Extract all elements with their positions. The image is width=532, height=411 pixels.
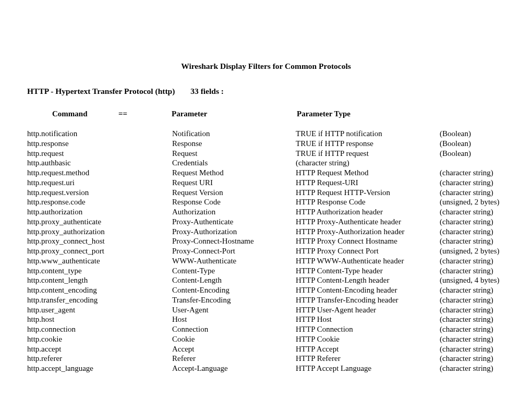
cell-type: (character string) [440, 295, 505, 305]
table-row: http.www_authenticateWWW-AuthenticateHTT… [27, 256, 505, 266]
cell-type: (unsigned, 2 bytes) [440, 197, 505, 207]
cell-parameter: Transfer-Encoding [172, 295, 296, 305]
header-eq: == [118, 110, 172, 118]
table-row: http.content_lengthContent-LengthHTTP Co… [27, 275, 505, 285]
cell-parameter: Host [172, 315, 296, 324]
header-command: Command [27, 110, 118, 118]
cell-description: HTTP Proxy Connect Hostname [296, 236, 440, 246]
cell-command: http.notification [27, 129, 172, 139]
cell-parameter: Credentials [172, 158, 296, 168]
table-row: http.request.methodRequest MethodHTTP Re… [27, 168, 505, 178]
cell-command: http.request.version [27, 188, 172, 198]
table-row: http.responseResponseTRUE if HTTP respon… [27, 139, 505, 149]
cell-type: (character string) [440, 344, 505, 354]
cell-parameter: Proxy-Connect-Hostname [172, 236, 296, 246]
cell-type: (character string) [440, 354, 505, 364]
cell-type: (character string) [440, 334, 505, 344]
table-row: http.request.versionRequest VersionHTTP … [27, 188, 505, 198]
cell-type: (character string) [440, 305, 505, 315]
protocol-label: HTTP - Hypertext Transfer Protocol (http… [27, 87, 175, 95]
cell-parameter: Connection [172, 324, 296, 334]
cell-description: HTTP Connection [296, 324, 440, 334]
cell-type: (character string) [440, 217, 505, 227]
table-row: http.cookieCookieHTTP Cookie(character s… [27, 334, 505, 344]
table-row: http.refererRefererHTTP Referer(characte… [27, 354, 505, 364]
table-row: http.content_typeContent-TypeHTTP Conten… [27, 266, 505, 276]
cell-type: (character string) [440, 256, 505, 266]
cell-parameter: Content-Length [172, 275, 296, 285]
cell-type [440, 158, 505, 168]
cell-command: http.proxy_authorization [27, 227, 172, 237]
table-header-row: Command == Parameter Parameter Type [27, 110, 505, 118]
header-parameter: Parameter [172, 110, 297, 118]
section-title: HTTP - Hypertext Transfer Protocol (http… [27, 87, 505, 96]
cell-description: TRUE if HTTP request [296, 149, 440, 159]
fields-count-label: 33 fields : [190, 87, 224, 95]
cell-description: HTTP Transfer-Encoding header [296, 295, 440, 305]
table-row: http.notificationNotificationTRUE if HTT… [27, 129, 505, 139]
cell-parameter: Content-Encoding [172, 285, 296, 295]
cell-command: http.authbasic [27, 158, 172, 168]
cell-command: http.referer [27, 354, 172, 364]
cell-type: (character string) [440, 178, 505, 188]
cell-parameter: Response Code [172, 197, 296, 207]
cell-type: (Boolean) [440, 139, 505, 149]
table-row: http.requestRequestTRUE if HTTP request(… [27, 149, 505, 159]
cell-description: TRUE if HTTP response [296, 139, 440, 149]
cell-description: HTTP Accept [296, 344, 440, 354]
table-row: http.connectionConnectionHTTP Connection… [27, 324, 505, 334]
cell-command: http.proxy_connect_host [27, 236, 172, 246]
cell-parameter: Accept [172, 344, 296, 354]
cell-description: HTTP Proxy-Authenticate header [296, 217, 440, 227]
cell-type: (Boolean) [440, 149, 505, 159]
cell-description: HTTP Cookie [296, 334, 440, 344]
cell-type: (character string) [440, 285, 505, 295]
cell-description: HTTP Proxy-Authorization header [296, 227, 440, 237]
cell-description: HTTP Proxy Connect Port [296, 246, 440, 256]
cell-parameter: Request [172, 149, 296, 159]
cell-command: http.host [27, 315, 172, 324]
cell-parameter: WWW-Authenticate [172, 256, 296, 266]
table-row: http.proxy_authenticateProxy-Authenticat… [27, 217, 505, 227]
cell-command: http.response [27, 139, 172, 149]
table-row: http.response.codeResponse CodeHTTP Resp… [27, 197, 505, 207]
document-title: Wireshark Display Filters for Common Pro… [27, 62, 505, 71]
cell-command: http.cookie [27, 334, 172, 344]
table-row: http.hostHostHTTP Host(character string) [27, 315, 505, 324]
cell-parameter: User-Agent [172, 305, 296, 315]
cell-description: HTTP User-Agent header [296, 305, 440, 315]
table-row: http.transfer_encodingTransfer-EncodingH… [27, 295, 505, 305]
cell-command: http.request [27, 149, 172, 159]
cell-type: (unsigned, 4 bytes) [440, 275, 505, 285]
cell-description: HTTP Referer [296, 354, 440, 364]
cell-command: http.request.method [27, 168, 172, 178]
cell-description: TRUE if HTTP notification [296, 129, 440, 139]
cell-parameter: Request URI [172, 178, 296, 188]
cell-description: HTTP Content-Type header [296, 266, 440, 276]
table-row: http.user_agentUser-AgentHTTP User-Agent… [27, 305, 505, 315]
cell-command: http.accept_language [27, 364, 172, 373]
cell-description: HTTP Request HTTP-Version [296, 188, 440, 198]
cell-description: HTTP Content-Length header [296, 275, 440, 285]
table-row: http.proxy_authorizationProxy-Authorizat… [27, 227, 505, 237]
cell-command: http.authorization [27, 207, 172, 217]
table-row: http.proxy_connect_hostProxy-Connect-Hos… [27, 236, 505, 246]
cell-command: http.request.uri [27, 178, 172, 188]
cell-command: http.proxy_authenticate [27, 217, 172, 227]
cell-type: (character string) [440, 364, 505, 373]
cell-type: (character string) [440, 315, 505, 324]
cell-description: HTTP Response Code [296, 197, 440, 207]
cell-type: (unsigned, 2 bytes) [440, 246, 505, 256]
cell-parameter: Request Version [172, 188, 296, 198]
cell-parameter: Response [172, 139, 296, 149]
cell-command: http.content_type [27, 266, 172, 276]
cell-description: HTTP Content-Encoding header [296, 285, 440, 295]
cell-description: HTTP Request-URI [296, 178, 440, 188]
cell-parameter: Proxy-Authenticate [172, 217, 296, 227]
cell-parameter: Proxy-Authorization [172, 227, 296, 237]
cell-command: http.accept [27, 344, 172, 354]
table-row: http.content_encodingContent-EncodingHTT… [27, 285, 505, 295]
cell-type: (character string) [440, 324, 505, 334]
cell-parameter: Notification [172, 129, 296, 139]
cell-type: (character string) [440, 227, 505, 237]
